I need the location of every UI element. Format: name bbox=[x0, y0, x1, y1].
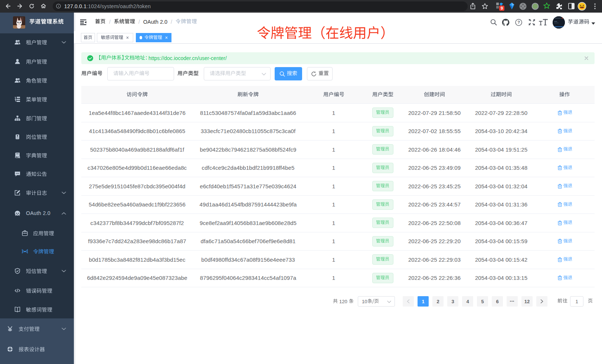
svg-text:?: ? bbox=[517, 20, 520, 24]
svg-text:9: 9 bbox=[501, 6, 503, 10]
